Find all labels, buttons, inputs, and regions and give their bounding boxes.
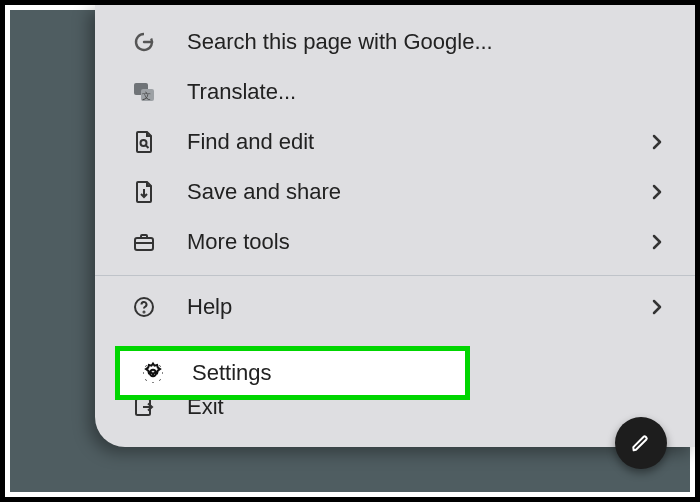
menu-item-more-tools[interactable]: More tools [95,217,695,267]
svg-point-6 [144,312,145,313]
screenshot-frame: Search this page with Google... 文 Transl… [0,0,700,502]
svg-point-3 [141,140,147,146]
gear-icon [138,361,168,385]
menu-item-label: Save and share [187,179,645,205]
menu-item-label: More tools [187,229,645,255]
help-icon [129,295,159,319]
chevron-right-icon [645,298,669,316]
save-share-icon [129,180,159,204]
find-icon [129,130,159,154]
menu-item-help[interactable]: Help [95,282,695,332]
menu-divider [95,275,695,276]
edit-fab[interactable] [615,417,667,469]
menu-item-search-google[interactable]: Search this page with Google... [95,17,695,67]
chevron-right-icon [645,133,669,151]
translate-icon: 文 [129,80,159,104]
menu-item-find-edit[interactable]: Find and edit [95,117,695,167]
chevron-right-icon [645,233,669,251]
menu-item-label: Help [187,294,645,320]
menu-item-label: Search this page with Google... [187,29,669,55]
svg-text:文: 文 [142,91,151,101]
google-icon [129,30,159,54]
menu-item-label: Translate... [187,79,669,105]
menu-item-label: Find and edit [187,129,645,155]
edit-icon [630,432,652,454]
chevron-right-icon [645,183,669,201]
menu-item-settings[interactable]: Settings [115,346,470,400]
toolbox-icon [129,231,159,253]
menu-item-save-share[interactable]: Save and share [95,167,695,217]
menu-item-label: Settings [192,360,272,386]
menu-item-translate[interactable]: 文 Translate... [95,67,695,117]
